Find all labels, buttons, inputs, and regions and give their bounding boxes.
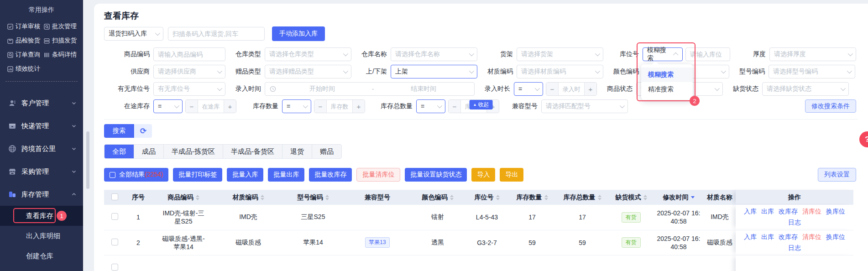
location-mode-select[interactable]: 模糊搜索 bbox=[643, 47, 683, 61]
collapse-button[interactable]: ▲ 收起 bbox=[470, 100, 493, 109]
col-model-code[interactable]: 型号编码 bbox=[281, 190, 345, 205]
quick-op-batch-manage[interactable]: 批次管理 bbox=[44, 22, 80, 31]
scan-mode-select[interactable]: 退货扫码入库 bbox=[104, 27, 163, 41]
sidebar-item-crossborder[interactable]: 跨境首公里 bbox=[0, 137, 83, 160]
col-product-code[interactable]: 商品编码 bbox=[152, 190, 215, 205]
action-log[interactable]: 日志 bbox=[788, 244, 801, 252]
submenu-stock-detail[interactable]: 出入库明细 bbox=[0, 226, 83, 246]
sidebar-item-purchase[interactable]: 采购管理 bbox=[0, 160, 83, 183]
action-clear-location[interactable]: 清库位 bbox=[802, 233, 821, 241]
col-color-code[interactable]: 颜色编码 bbox=[410, 190, 465, 205]
row-checkbox[interactable] bbox=[111, 213, 118, 220]
compatible-model-select[interactable]: 请选择匹配型号 bbox=[541, 99, 628, 113]
action-outbound[interactable]: 出库 bbox=[761, 208, 774, 216]
plus-button[interactable]: + bbox=[224, 100, 236, 113]
col-material-code[interactable]: 材质编码 bbox=[215, 190, 281, 205]
material-code-select[interactable]: 请选择材质编码 bbox=[517, 65, 603, 78]
minus-button[interactable]: − bbox=[449, 100, 461, 113]
sidebar-item-customers[interactable]: 客户管理 bbox=[0, 92, 83, 115]
quick-op-scan-ship[interactable]: 扫描发货 bbox=[44, 36, 80, 45]
transit-stock-input[interactable] bbox=[198, 100, 224, 113]
export-button[interactable]: 导出 bbox=[500, 168, 523, 182]
tab-semi-stocking[interactable]: 半成品-备货区 bbox=[223, 145, 282, 158]
quick-op-quality-inspect[interactable]: 品检验货 bbox=[7, 36, 44, 45]
entry-duration-input[interactable] bbox=[559, 83, 584, 95]
action-log[interactable]: 日志 bbox=[788, 219, 801, 227]
gift-type-select[interactable]: 请选择赠品类型 bbox=[265, 65, 351, 78]
dropdown-option-exact[interactable]: 精准搜索 bbox=[641, 82, 693, 97]
tab-returns[interactable]: 退货 bbox=[282, 145, 312, 158]
warehouse-type-select[interactable]: 请选择仓库类型 bbox=[265, 47, 351, 61]
tab-semi-picking[interactable]: 半成品-拣货区 bbox=[164, 145, 223, 158]
stockout-status-select[interactable]: 请选择缺货状态 bbox=[762, 82, 849, 96]
action-outbound[interactable]: 出库 bbox=[761, 233, 774, 241]
stock-qty-op-select[interactable]: = bbox=[282, 99, 311, 113]
tab-finished[interactable]: 成品 bbox=[134, 145, 164, 158]
action-inbound[interactable]: 入库 bbox=[744, 208, 757, 216]
batch-inbound-button[interactable]: 批量入库 bbox=[227, 168, 263, 182]
quick-op-barcode-detail[interactable]: 条码详情 bbox=[44, 51, 80, 59]
quick-op-performance-stats[interactable]: 绩效统计 bbox=[7, 65, 44, 73]
batch-outbound-button[interactable]: 批量出库 bbox=[268, 168, 304, 182]
import-button[interactable]: 导入 bbox=[471, 168, 495, 182]
row-checkbox[interactable] bbox=[111, 264, 118, 271]
col-location[interactable]: 库位号 bbox=[465, 190, 508, 205]
select-all-checkbox[interactable] bbox=[110, 172, 115, 178]
vertical-scrollbar[interactable] bbox=[86, 131, 89, 189]
scan-input[interactable] bbox=[168, 27, 265, 41]
list-settings-button[interactable]: 列表设置 bbox=[818, 168, 856, 182]
quick-op-order-query[interactable]: 订单查询 bbox=[7, 51, 44, 59]
action-modify-stock[interactable]: 改库存 bbox=[779, 233, 798, 241]
plus-button[interactable]: + bbox=[352, 100, 365, 113]
batch-set-stockout-button[interactable]: 批量设置缺货状态 bbox=[405, 168, 467, 182]
stock-total-op-select[interactable]: = bbox=[416, 99, 445, 113]
manual-add-button[interactable]: 手动添加入库 bbox=[272, 26, 325, 41]
batch-clear-location-button[interactable]: 批量清库位 bbox=[356, 168, 400, 182]
batch-print-labels-button[interactable]: 批量打印标签 bbox=[173, 168, 222, 182]
sidebar-item-inventory[interactable]: 库存管理 bbox=[0, 183, 83, 206]
col-modified-time[interactable]: 修改时间 bbox=[654, 190, 704, 205]
action-move-location[interactable]: 换库位 bbox=[826, 208, 845, 216]
minus-button[interactable]: − bbox=[546, 83, 559, 95]
tab-gifts[interactable]: 赠品 bbox=[312, 145, 341, 158]
tab-all[interactable]: 全部 bbox=[105, 145, 134, 158]
action-move-location[interactable]: 换库位 bbox=[826, 233, 845, 241]
batch-modify-stock-button[interactable]: 批量改库存 bbox=[309, 168, 352, 182]
has-location-select[interactable]: 有无库位号 bbox=[153, 82, 225, 96]
product-code-input[interactable] bbox=[153, 47, 225, 61]
edit-search-conditions-button[interactable]: 修改搜索条件 bbox=[805, 99, 856, 113]
shelf-status-select[interactable]: 上架 bbox=[391, 65, 477, 78]
row-checkbox[interactable] bbox=[111, 239, 118, 245]
thickness-select[interactable]: 请选择厚度 bbox=[769, 47, 856, 61]
warehouse-name-select[interactable]: 请选择仓库名称 bbox=[391, 47, 477, 61]
supplier-select[interactable]: 请选择供应商 bbox=[153, 65, 225, 78]
minus-button[interactable]: − bbox=[314, 100, 327, 113]
col-stockout-mode[interactable]: 缺货模式 bbox=[609, 190, 654, 205]
sidebar-item-express[interactable]: 快递管理 bbox=[0, 115, 83, 137]
header-checkbox[interactable] bbox=[111, 193, 118, 200]
sort-icon bbox=[261, 195, 264, 200]
transit-stock-op-select[interactable]: = bbox=[153, 99, 183, 113]
end-time-placeholder: 结束时间 bbox=[377, 85, 470, 93]
action-modify-stock[interactable]: 改库存 bbox=[779, 208, 798, 216]
submenu-view-inventory[interactable]: 查看库存 1 bbox=[0, 206, 83, 226]
dropdown-option-fuzzy[interactable]: 模糊搜索 bbox=[641, 68, 693, 82]
col-stock-qty[interactable]: 库存数量 bbox=[508, 190, 556, 205]
minus-button[interactable]: − bbox=[186, 100, 198, 113]
entry-time-range[interactable]: 开始时间 - 结束时间 bbox=[265, 82, 475, 96]
model-code-select[interactable]: 请选择型号编码 bbox=[769, 65, 855, 78]
action-clear-location[interactable]: 清库位 bbox=[802, 208, 821, 216]
plus-button[interactable]: + bbox=[584, 83, 596, 95]
quick-op-order-review[interactable]: 订单审核 bbox=[7, 22, 44, 31]
entry-duration-op-select[interactable]: = bbox=[514, 82, 543, 96]
select-all-results-button[interactable]: 全部结果(2254) bbox=[104, 168, 168, 182]
refresh-button[interactable]: ⟳ bbox=[135, 124, 152, 138]
shelf-select[interactable]: 请选择货架 bbox=[517, 47, 603, 61]
action-inbound[interactable]: 入库 bbox=[744, 233, 757, 241]
location-input[interactable] bbox=[685, 47, 730, 61]
stock-qty-input[interactable] bbox=[327, 100, 352, 113]
search-button[interactable]: 搜索 bbox=[104, 124, 134, 138]
submenu-create-warehouse[interactable]: 创建仓库 bbox=[0, 246, 83, 266]
col-stock-total[interactable]: 库存总数量 bbox=[556, 190, 609, 205]
start-time-placeholder: 开始时间 bbox=[276, 85, 368, 93]
